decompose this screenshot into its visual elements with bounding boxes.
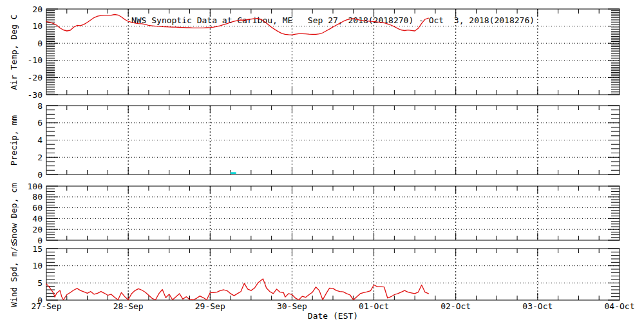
- y-axis-title-0: Air Temp, Deg C: [10, 14, 18, 90]
- y-tick-label: 8: [13, 102, 43, 110]
- y-axis-title-2: Snow Dep, cm: [10, 183, 18, 243]
- x-tick-label: 27-Sep: [24, 302, 69, 310]
- y-tick-label: 0: [13, 171, 43, 179]
- x-tick-label: 02-Oct: [433, 302, 478, 310]
- y-tick-label: -30: [13, 91, 43, 99]
- x-tick-label: 28-Sep: [106, 302, 151, 310]
- x-tick-label: 03-Oct: [515, 302, 560, 310]
- y-tick-label: 20: [13, 5, 43, 14]
- y-axis-title-3: Wind Spd, m/s: [10, 242, 18, 307]
- x-tick-label: 30-Sep: [269, 302, 314, 310]
- precip-bar: [231, 172, 236, 174]
- x-tick-label: 04-Oct: [597, 302, 642, 310]
- wind-speed-line: [46, 279, 428, 300]
- plot-svg: [0, 0, 644, 322]
- synoptic-plot-figure: NWS Synoptic Data at Caribou, ME Sep 27,…: [0, 0, 644, 322]
- x-tick-label: 01-Oct: [352, 302, 397, 310]
- x-tick-label: 29-Sep: [187, 302, 232, 310]
- y-axis-title-1: Precip, mm: [10, 115, 18, 165]
- x-axis-title: Date (EST): [308, 312, 358, 320]
- plot-title: NWS Synoptic Data at Caribou, ME Sep 27,…: [131, 16, 535, 24]
